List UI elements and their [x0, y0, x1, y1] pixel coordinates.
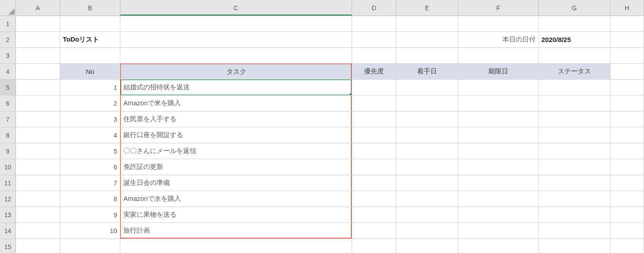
cell-B11-no[interactable]: 7: [60, 175, 120, 191]
cell-C12-task[interactable]: Amazonで水を購入: [120, 191, 352, 207]
cell-D15[interactable]: [352, 239, 396, 253]
cell-D11[interactable]: [352, 175, 396, 191]
spreadsheet-grid[interactable]: A B C D E F G H 1 2 ToDoリスト 本日の日付 2020/8…: [0, 0, 644, 253]
cell-B1[interactable]: [60, 16, 120, 32]
cell-A6[interactable]: [16, 96, 60, 111]
cell-B9-no[interactable]: 5: [60, 143, 120, 159]
cell-G5[interactable]: [539, 80, 610, 96]
cell-F1[interactable]: [458, 16, 539, 32]
cell-H6[interactable]: [610, 96, 644, 111]
cell-A15[interactable]: [16, 239, 60, 253]
cell-B6-no[interactable]: 2: [60, 96, 120, 111]
cell-G10[interactable]: [539, 159, 610, 175]
cell-A5[interactable]: [16, 80, 60, 96]
cell-F14[interactable]: [458, 223, 539, 239]
cell-G8[interactable]: [539, 127, 610, 143]
cell-C14-task[interactable]: 旅行計画: [120, 223, 352, 239]
cell-G14[interactable]: [539, 223, 610, 239]
cell-C8-task[interactable]: 銀行口座を開設する: [120, 127, 352, 143]
cell-E8[interactable]: [396, 127, 458, 143]
cell-B12-no[interactable]: 8: [60, 191, 120, 207]
row-header-3[interactable]: 3: [0, 48, 16, 64]
cell-C5-task[interactable]: 結婚式の招待状を返送: [120, 80, 352, 96]
cell-F3[interactable]: [458, 48, 539, 64]
cell-E13[interactable]: [396, 207, 458, 223]
row-header-8[interactable]: 8: [0, 127, 16, 143]
col-header-H[interactable]: H: [610, 0, 644, 16]
cell-E7[interactable]: [396, 111, 458, 127]
cell-H3[interactable]: [610, 48, 644, 64]
cell-E11[interactable]: [396, 175, 458, 191]
cell-D10[interactable]: [352, 159, 396, 175]
cell-E12[interactable]: [396, 191, 458, 207]
cell-C9-task[interactable]: 〇〇さんにメールを返信: [120, 143, 352, 159]
header-status[interactable]: ステータス: [539, 64, 610, 80]
cell-D7[interactable]: [352, 111, 396, 127]
row-header-2[interactable]: 2: [0, 32, 16, 48]
cell-D9[interactable]: [352, 143, 396, 159]
cell-G7[interactable]: [539, 111, 610, 127]
cell-F10[interactable]: [458, 159, 539, 175]
cell-A12[interactable]: [16, 191, 60, 207]
cell-H5[interactable]: [610, 80, 644, 96]
row-header-11[interactable]: 11: [0, 175, 16, 191]
cell-G2-date-value[interactable]: 2020/8/25: [539, 32, 610, 48]
cell-F7[interactable]: [458, 111, 539, 127]
cell-F13[interactable]: [458, 207, 539, 223]
col-header-D[interactable]: D: [352, 0, 396, 16]
col-header-B[interactable]: B: [60, 0, 120, 16]
cell-G15[interactable]: [539, 239, 610, 253]
cell-D3[interactable]: [352, 48, 396, 64]
cell-C2[interactable]: [120, 32, 352, 48]
cell-F2-date-label[interactable]: 本日の日付: [458, 32, 539, 48]
col-header-F[interactable]: F: [458, 0, 539, 16]
cell-D5[interactable]: [352, 80, 396, 96]
cell-B2-title[interactable]: ToDoリスト: [60, 32, 120, 48]
row-header-12[interactable]: 12: [0, 191, 16, 207]
cell-E5[interactable]: [396, 80, 458, 96]
cell-D6[interactable]: [352, 96, 396, 111]
col-header-G[interactable]: G: [539, 0, 610, 16]
cell-F15[interactable]: [458, 239, 539, 253]
cell-B15[interactable]: [60, 239, 120, 253]
cell-A11[interactable]: [16, 175, 60, 191]
row-header-9[interactable]: 9: [0, 143, 16, 159]
cell-A3[interactable]: [16, 48, 60, 64]
cell-H8[interactable]: [610, 127, 644, 143]
cell-C13-task[interactable]: 実家に果物を送る: [120, 207, 352, 223]
cell-H2[interactable]: [610, 32, 644, 48]
cell-F5[interactable]: [458, 80, 539, 96]
row-header-6[interactable]: 6: [0, 96, 16, 111]
cell-E14[interactable]: [396, 223, 458, 239]
cell-A4[interactable]: [16, 64, 60, 80]
header-no[interactable]: No: [60, 64, 120, 80]
header-start[interactable]: 着手日: [396, 64, 458, 80]
cell-B13-no[interactable]: 9: [60, 207, 120, 223]
cell-D1[interactable]: [352, 16, 396, 32]
col-header-E[interactable]: E: [396, 0, 458, 16]
cell-B7-no[interactable]: 3: [60, 111, 120, 127]
header-priority[interactable]: 優先度: [352, 64, 396, 80]
row-header-10[interactable]: 10: [0, 159, 16, 175]
row-header-1[interactable]: 1: [0, 16, 16, 32]
cell-G6[interactable]: [539, 96, 610, 111]
cell-H10[interactable]: [610, 159, 644, 175]
col-header-A[interactable]: A: [16, 0, 60, 16]
cell-A2[interactable]: [16, 32, 60, 48]
cell-D2[interactable]: [352, 32, 396, 48]
header-due[interactable]: 期限日: [458, 64, 539, 80]
cell-F9[interactable]: [458, 143, 539, 159]
cell-H14[interactable]: [610, 223, 644, 239]
col-header-C[interactable]: C: [120, 0, 352, 16]
cell-A13[interactable]: [16, 207, 60, 223]
cell-E2[interactable]: [396, 32, 458, 48]
row-header-15[interactable]: 15: [0, 239, 16, 253]
cell-G3[interactable]: [539, 48, 610, 64]
cell-F12[interactable]: [458, 191, 539, 207]
cell-G11[interactable]: [539, 175, 610, 191]
cell-C1[interactable]: [120, 16, 352, 32]
cell-D14[interactable]: [352, 223, 396, 239]
row-header-14[interactable]: 14: [0, 223, 16, 239]
row-header-13[interactable]: 13: [0, 207, 16, 223]
cell-H9[interactable]: [610, 143, 644, 159]
